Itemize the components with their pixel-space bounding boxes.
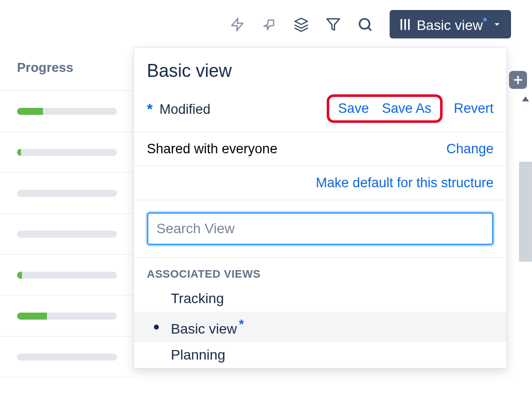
scrollbar[interactable]: [519, 94, 532, 394]
view-item-label: Basic view: [171, 321, 237, 337]
svg-marker-0: [232, 18, 243, 30]
modified-row: * Modified Save Save As Revert: [134, 88, 507, 132]
progress-bar: [17, 149, 117, 156]
view-list: TrackingBasic view*Planning: [134, 286, 507, 368]
associated-views-label: ASSOCIATED VIEWS: [134, 258, 507, 286]
add-column-button[interactable]: [509, 71, 527, 89]
search-view-input[interactable]: [147, 212, 494, 245]
view-item[interactable]: Basic view*: [134, 312, 507, 342]
progress-bar: [17, 231, 117, 238]
progress-row: [0, 214, 133, 255]
save-as-link[interactable]: Save As: [382, 101, 431, 116]
view-panel: Basic view * Modified Save Save As Rever…: [133, 47, 507, 369]
svg-line-4: [368, 27, 371, 29]
progress-column: Progress: [0, 60, 133, 378]
highlight-annotation: Save Save As: [327, 94, 443, 123]
save-link[interactable]: Save: [338, 101, 369, 116]
asterisk-icon: *: [147, 100, 153, 117]
progress-header: Progress: [0, 60, 133, 91]
progress-bar: [17, 272, 117, 279]
revert-link[interactable]: Revert: [454, 101, 494, 116]
svg-marker-10: [522, 96, 529, 101]
shared-row: Shared with everyone Change: [134, 132, 507, 166]
scroll-up-arrow[interactable]: [519, 94, 532, 104]
progress-row: [0, 337, 133, 378]
progress-row: [0, 91, 133, 132]
make-default-row: Make default for this structure: [134, 166, 507, 200]
progress-bar: [17, 354, 117, 361]
layers-icon[interactable]: [294, 17, 309, 32]
progress-fill: [17, 108, 43, 115]
shared-label: Shared with everyone: [147, 141, 277, 157]
view-item-label: Tracking: [171, 291, 224, 306]
panel-title: Basic view: [134, 47, 507, 88]
search-wrap: [134, 200, 507, 258]
progress-fill: [17, 313, 47, 320]
progress-row: [0, 296, 133, 337]
modified-asterisk-icon: *: [483, 15, 487, 27]
scroll-thumb[interactable]: [519, 162, 532, 262]
progress-bar: [17, 108, 117, 115]
bullet-icon: [154, 325, 159, 330]
progress-bar: [17, 190, 117, 197]
view-item[interactable]: Planning: [134, 342, 507, 368]
svg-marker-1: [295, 18, 308, 24]
modified-label: Modified: [159, 102, 210, 117]
svg-marker-2: [327, 18, 340, 30]
progress-row: [0, 255, 133, 296]
progress-row: [0, 173, 133, 214]
progress-fill: [17, 149, 21, 156]
make-default-link[interactable]: Make default for this structure: [316, 175, 494, 191]
progress-bar: [17, 313, 117, 320]
toolbar: Basic view*: [230, 10, 511, 38]
view-item-label: Planning: [171, 347, 225, 363]
change-link[interactable]: Change: [446, 141, 494, 157]
progress-fill: [17, 272, 22, 279]
view-selector-label: Basic view*: [417, 15, 487, 33]
progress-row: [0, 132, 133, 173]
lightning-icon[interactable]: [230, 17, 245, 32]
pin-icon[interactable]: [262, 17, 277, 32]
chevron-down-icon: [492, 19, 502, 29]
view-selector-button[interactable]: Basic view*: [390, 10, 511, 38]
modified-asterisk-icon: *: [239, 317, 244, 332]
filter-icon[interactable]: [326, 17, 341, 32]
view-item[interactable]: Tracking: [134, 286, 507, 312]
search-icon[interactable]: [358, 17, 373, 32]
